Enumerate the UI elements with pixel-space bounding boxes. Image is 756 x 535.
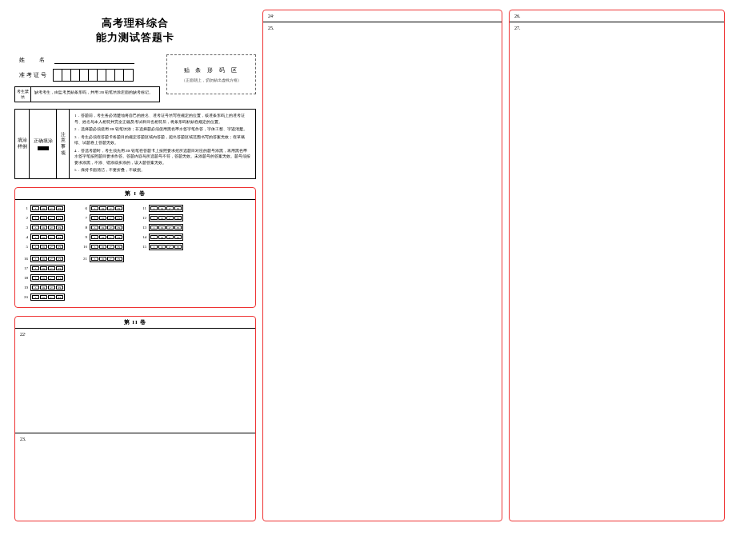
option-bubble[interactable]: C	[48, 216, 55, 220]
option-bubble[interactable]: D	[56, 266, 63, 270]
option-bubble[interactable]: B	[158, 235, 166, 239]
option-bubble[interactable]: A	[32, 266, 39, 270]
ticket-cell[interactable]	[71, 70, 80, 81]
bubble-group[interactable]: ABCD	[149, 205, 183, 212]
option-bubble[interactable]: D	[56, 206, 63, 210]
option-bubble[interactable]: B	[40, 235, 47, 239]
bubble-group[interactable]: ABCD	[30, 284, 65, 291]
option-bubble[interactable]: A	[32, 216, 39, 220]
option-bubble[interactable]: D	[56, 235, 63, 239]
bubble-group[interactable]: ABCD	[90, 214, 124, 222]
ticket-cell[interactable]	[62, 70, 71, 81]
bubble-group[interactable]: ABCD	[30, 243, 65, 250]
option-bubble[interactable]: A	[32, 295, 39, 299]
option-bubble[interactable]: A	[150, 245, 158, 249]
option-bubble[interactable]: C	[166, 245, 174, 249]
free-response-area[interactable]: 27.	[510, 22, 724, 34]
option-bubble[interactable]: C	[107, 216, 114, 220]
option-bubble[interactable]: D	[56, 257, 63, 261]
ticket-boxes[interactable]	[53, 69, 134, 82]
bubble-group[interactable]: ABCD	[90, 243, 124, 250]
option-bubble[interactable]: C	[48, 257, 55, 261]
option-bubble[interactable]: B	[40, 257, 47, 261]
bubble-group[interactable]: ABCD	[149, 214, 183, 222]
ticket-cell[interactable]	[80, 70, 89, 81]
option-bubble[interactable]: D	[174, 216, 182, 220]
option-bubble[interactable]: C	[48, 206, 55, 210]
option-bubble[interactable]: A	[91, 257, 98, 261]
option-bubble[interactable]: A	[91, 216, 98, 220]
option-bubble[interactable]: C	[48, 266, 55, 270]
option-bubble[interactable]: A	[91, 235, 98, 239]
option-bubble[interactable]: D	[115, 226, 122, 230]
option-bubble[interactable]: D	[174, 206, 182, 210]
option-bubble[interactable]: B	[40, 295, 47, 299]
option-bubble[interactable]: B	[40, 285, 47, 289]
option-bubble[interactable]: C	[107, 206, 114, 210]
free-response-area[interactable]: 25.	[263, 22, 502, 34]
bubble-group[interactable]: ABCD	[30, 234, 65, 241]
option-bubble[interactable]: C	[48, 276, 55, 280]
option-bubble[interactable]: B	[40, 216, 47, 220]
option-bubble[interactable]: A	[91, 245, 98, 249]
option-bubble[interactable]: C	[48, 245, 55, 249]
option-bubble[interactable]: D	[56, 226, 63, 230]
option-bubble[interactable]: D	[115, 216, 122, 220]
option-bubble[interactable]: C	[107, 226, 114, 230]
option-bubble[interactable]: C	[107, 257, 114, 261]
option-bubble[interactable]: B	[99, 257, 106, 261]
ticket-cell[interactable]	[89, 70, 98, 81]
ticket-cell[interactable]	[124, 70, 133, 81]
bubble-group[interactable]: ABCD	[90, 224, 124, 231]
bubble-group[interactable]: ABCD	[149, 234, 183, 241]
ticket-cell[interactable]	[54, 70, 62, 81]
option-bubble[interactable]: C	[48, 295, 55, 299]
option-bubble[interactable]: B	[99, 206, 106, 210]
bubble-group[interactable]: ABCD	[30, 214, 65, 222]
option-bubble[interactable]: B	[99, 226, 106, 230]
option-bubble[interactable]: D	[56, 245, 63, 249]
option-bubble[interactable]: B	[99, 245, 106, 249]
option-bubble[interactable]: B	[40, 206, 47, 210]
bubble-group[interactable]: ABCD	[30, 255, 65, 262]
bubble-group[interactable]: ABCD	[30, 265, 65, 272]
option-bubble[interactable]: D	[56, 285, 63, 289]
bubble-group[interactable]: ABCD	[90, 255, 124, 262]
option-bubble[interactable]: A	[150, 216, 158, 220]
ticket-cell[interactable]	[115, 70, 124, 81]
option-bubble[interactable]: A	[32, 206, 39, 210]
option-bubble[interactable]: D	[56, 295, 63, 299]
option-bubble[interactable]: A	[32, 276, 39, 280]
option-bubble[interactable]: C	[166, 226, 174, 230]
option-bubble[interactable]: C	[107, 245, 114, 249]
bubble-group[interactable]: ABCD	[149, 243, 183, 250]
option-bubble[interactable]: D	[115, 245, 122, 249]
option-bubble[interactable]: B	[158, 216, 166, 220]
option-bubble[interactable]: A	[91, 206, 98, 210]
option-bubble[interactable]: C	[166, 235, 174, 239]
bubble-group[interactable]: ABCD	[30, 293, 65, 301]
bubble-group[interactable]: ABCD	[30, 205, 65, 212]
ticket-cell[interactable]	[106, 70, 115, 81]
option-bubble[interactable]: B	[40, 226, 47, 230]
free-response-area[interactable]: 26.	[510, 10, 724, 22]
option-bubble[interactable]: B	[158, 226, 166, 230]
option-bubble[interactable]: C	[48, 235, 55, 239]
option-bubble[interactable]: D	[115, 206, 122, 210]
option-bubble[interactable]: B	[158, 206, 166, 210]
option-bubble[interactable]: D	[56, 216, 63, 220]
free-response-area[interactable]: 23.	[15, 433, 255, 521]
option-bubble[interactable]: B	[99, 235, 106, 239]
option-bubble[interactable]: A	[150, 206, 158, 210]
option-bubble[interactable]: D	[174, 245, 182, 249]
bubble-group[interactable]: ABCD	[30, 274, 65, 281]
option-bubble[interactable]: A	[32, 226, 39, 230]
option-bubble[interactable]: D	[115, 257, 122, 261]
option-bubble[interactable]: A	[150, 235, 158, 239]
option-bubble[interactable]: C	[107, 235, 114, 239]
option-bubble[interactable]: D	[56, 276, 63, 280]
bubble-group[interactable]: ABCD	[149, 224, 183, 231]
option-bubble[interactable]: B	[40, 266, 47, 270]
option-bubble[interactable]: C	[166, 216, 174, 220]
option-bubble[interactable]: A	[150, 226, 158, 230]
